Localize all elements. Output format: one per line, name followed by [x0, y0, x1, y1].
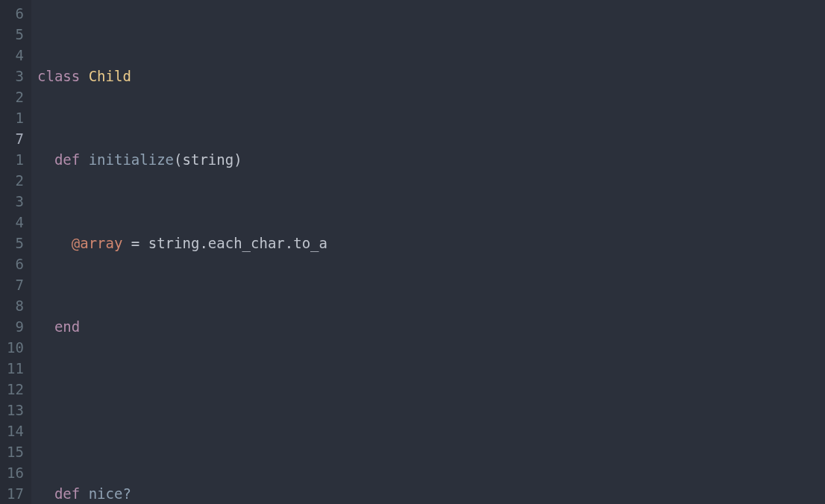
- line-number: 1: [0, 149, 24, 170]
- code-area[interactable]: class Child def initialize(string) @arra…: [31, 0, 825, 504]
- code-line[interactable]: @array = string.each_char.to_a: [37, 233, 825, 253]
- line-number-current: 7: [0, 128, 24, 149]
- line-number: 6: [0, 3, 24, 24]
- line-number: 3: [0, 66, 24, 86]
- line-number: 5: [0, 233, 24, 253]
- line-number: 10: [0, 337, 24, 358]
- line-number: 11: [0, 358, 24, 379]
- line-number: 1: [0, 107, 24, 128]
- line-number: 15: [0, 441, 24, 462]
- line-number: 5: [0, 24, 24, 45]
- line-number: 7: [0, 274, 24, 295]
- line-number: 12: [0, 379, 24, 400]
- line-number: 2: [0, 86, 24, 107]
- code-line[interactable]: class Child: [37, 66, 825, 86]
- line-number: 8: [0, 295, 24, 316]
- code-line[interactable]: [37, 400, 825, 420]
- line-number: 3: [0, 191, 24, 212]
- line-number: 14: [0, 420, 24, 441]
- line-number: 2: [0, 170, 24, 191]
- code-line[interactable]: def nice?: [37, 483, 825, 504]
- line-number: 9: [0, 316, 24, 337]
- line-number: 13: [0, 400, 24, 420]
- code-line[interactable]: end: [37, 316, 825, 337]
- gutter: 6 5 4 3 2 1 7 1 2 3 4 5 6 7 8 9 10 11 12…: [0, 0, 31, 504]
- code-editor[interactable]: 6 5 4 3 2 1 7 1 2 3 4 5 6 7 8 9 10 11 12…: [0, 0, 825, 504]
- line-number: 6: [0, 253, 24, 274]
- code-line[interactable]: def initialize(string): [37, 149, 825, 170]
- line-number: 17: [0, 483, 24, 504]
- line-number: 4: [0, 212, 24, 233]
- line-number: 4: [0, 45, 24, 66]
- line-number: 16: [0, 462, 24, 483]
